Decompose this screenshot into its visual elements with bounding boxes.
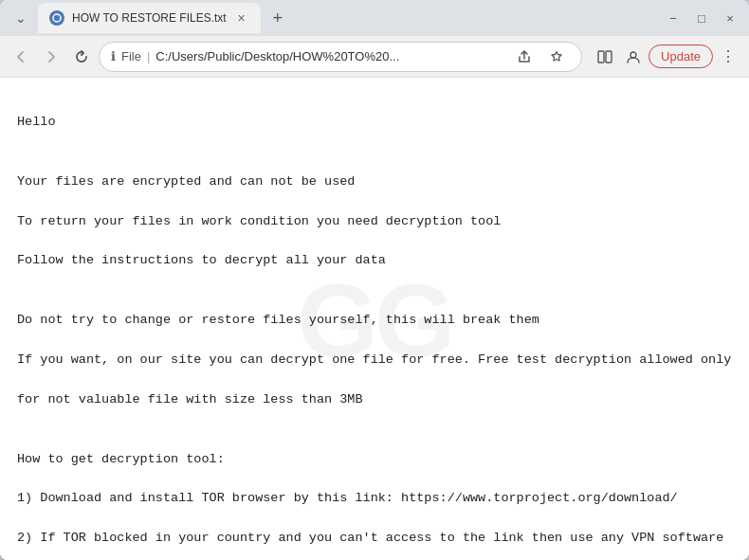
instructions-heading: How to get decryption tool: (17, 452, 225, 466)
warning-line1: Do not try to change or restore files yo… (17, 313, 539, 327)
navigation-bar: ℹ File | C:/Users/Public/Desktop/HOW%20T… (0, 36, 749, 78)
window-controls: − □ × (662, 7, 741, 29)
svg-point-3 (630, 52, 636, 58)
encrypted-line1: Your files are encrypted and can not be … (17, 174, 355, 189)
maximize-button[interactable]: □ (690, 7, 713, 29)
content-area: GG Hello Your files are encrypted and ca… (0, 78, 749, 560)
file-content: Hello Your files are encrypted and can n… (17, 93, 732, 560)
svg-rect-2 (606, 51, 612, 63)
forward-button[interactable] (38, 44, 64, 70)
chevron-menu-button[interactable]: ⌄ (8, 5, 34, 31)
tab-close-button[interactable]: × (234, 10, 249, 26)
close-button[interactable]: × (719, 7, 741, 29)
address-text: C:/Users/Public/Desktop/HOW%20TO%20... (155, 49, 505, 63)
minimize-button[interactable]: − (662, 7, 685, 29)
browser-window: ⌄ HOW TO RESTORE FILES.txt × + − □ × (0, 0, 749, 560)
address-separator: | (147, 49, 150, 63)
file-label: File (121, 49, 141, 63)
split-view-icon[interactable] (592, 44, 618, 70)
more-options-button[interactable]: ⋮ (715, 44, 741, 70)
new-tab-button[interactable]: + (265, 5, 291, 31)
step1: 1) Download and install TOR browser by t… (17, 491, 678, 505)
update-button[interactable]: Update (649, 45, 713, 68)
warning-line2: If you want, on our site you can decrypt… (17, 352, 731, 367)
encrypted-line3: Follow the instructions to decrypt all y… (17, 253, 386, 267)
profile-icon[interactable] (620, 44, 647, 70)
share-icon[interactable] (511, 44, 538, 70)
address-bar[interactable]: ℹ File | C:/Users/Public/Desktop/HOW%20T… (99, 42, 582, 72)
svg-rect-1 (598, 51, 604, 63)
reload-button[interactable] (68, 44, 95, 70)
tab-favicon (49, 10, 64, 26)
greeting: Hello (17, 115, 56, 129)
warning-line3: for not valuable file with size less tha… (17, 392, 363, 406)
step2: 2) If TOR blocked in your country and yo… (17, 531, 723, 545)
security-icon: ℹ (111, 49, 116, 63)
title-bar: ⌄ HOW TO RESTORE FILES.txt × + − □ × (0, 0, 749, 36)
tab-title: HOW TO RESTORE FILES.txt (72, 11, 227, 25)
svg-point-0 (53, 14, 61, 22)
nav-icons: Update ⋮ (592, 44, 741, 70)
back-button[interactable] (8, 44, 34, 70)
encrypted-line2: To return your files in work condition y… (17, 214, 501, 228)
bookmark-icon[interactable] (543, 44, 570, 70)
active-tab[interactable]: HOW TO RESTORE FILES.txt × (38, 3, 261, 33)
